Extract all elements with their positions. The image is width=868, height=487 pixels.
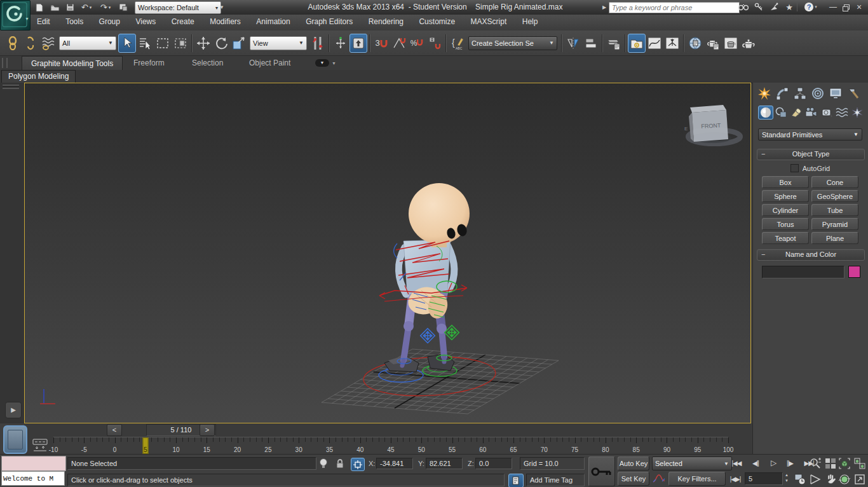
box-button[interactable]: Box [762, 176, 809, 188]
category-helpers[interactable] [819, 106, 834, 120]
ribbon-tab-graphite[interactable]: Graphite Modeling Tools [22, 56, 123, 71]
new-file-button[interactable] [33, 2, 46, 13]
zoom-button[interactable] [808, 456, 822, 470]
name-color-rollout-header[interactable]: − Name and Color [757, 249, 865, 261]
align-button[interactable] [582, 34, 600, 53]
teapot-button[interactable]: Teapot [762, 232, 809, 244]
favorites-button[interactable]: ★ [783, 1, 796, 13]
search-input[interactable] [609, 2, 740, 13]
current-frame-field[interactable]: 5 [745, 472, 783, 485]
viewport-layout-tab[interactable] [3, 425, 27, 454]
time-configuration-button[interactable] [793, 472, 807, 486]
field-of-view-button[interactable] [808, 472, 822, 486]
key-mode-dropdown[interactable]: Selected▼ [652, 456, 732, 470]
ribbon-minimize-button[interactable]: ▼ [315, 59, 329, 67]
menu-tools[interactable]: Tools [59, 15, 90, 29]
primitives-category-dropdown[interactable]: Standard Primitives ▼ [758, 128, 862, 141]
menu-group[interactable]: Group [93, 15, 126, 29]
orbit-button[interactable] [837, 472, 851, 486]
plane-button[interactable]: Plane [811, 232, 858, 244]
frame-spinner[interactable]: ▲▼ [783, 472, 790, 485]
macro-recorder-field[interactable] [1, 456, 66, 471]
spinner-snap-toggle-button[interactable] [426, 34, 444, 53]
play-button[interactable]: ▷ [765, 456, 782, 470]
tab-create[interactable] [757, 86, 772, 100]
open-mini-curve-editor-button[interactable] [32, 438, 50, 455]
key-filters-button[interactable]: Key Filters... [668, 472, 726, 486]
subscription-center-button[interactable] [752, 1, 765, 13]
y-coordinate-field[interactable]: 82.621 [426, 458, 463, 469]
select-and-link-button[interactable] [4, 34, 22, 53]
menu-help[interactable]: Help [516, 15, 545, 29]
menu-modifiers[interactable]: Modifiers [203, 15, 247, 29]
maximize-viewport-toggle-button[interactable] [853, 472, 867, 486]
category-lights[interactable] [789, 106, 804, 120]
select-and-rotate-button[interactable] [212, 34, 230, 53]
category-systems[interactable] [850, 106, 865, 120]
menu-edit[interactable]: Edit [31, 15, 57, 29]
minimize-button[interactable]: — [827, 3, 839, 11]
geosphere-button[interactable]: GeoSphere [811, 190, 858, 202]
next-frame-playback-button[interactable]: ||▶ [782, 456, 798, 470]
maxscript-mini-listener[interactable]: Welcome to M [1, 471, 65, 486]
key-mode-toggle-button[interactable]: |◀▶| [727, 472, 743, 486]
viewport-layout-flyout-button[interactable]: ▶ [5, 402, 22, 418]
set-keys-button[interactable] [588, 456, 615, 486]
menu-customize[interactable]: Customize [412, 15, 461, 29]
add-time-tag-icon-button[interactable] [508, 474, 524, 487]
autogrid-checkbox[interactable] [790, 164, 799, 172]
material-editor-button[interactable] [686, 34, 704, 53]
torus-button[interactable]: Torus [762, 218, 809, 230]
rendered-frame-window-button[interactable] [722, 34, 740, 53]
ribbon-grip[interactable] [2, 58, 8, 68]
close-button[interactable]: × [853, 3, 865, 11]
rectangular-selection-region-button[interactable] [154, 34, 172, 53]
ribbon-tab-freeform[interactable]: Freeform [125, 56, 173, 70]
ribbon-minimize-caret-icon[interactable]: ▼ [332, 61, 336, 65]
menu-animation[interactable]: Animation [250, 15, 296, 29]
mirror-button[interactable] [564, 34, 582, 53]
ribbon-tab-object-paint[interactable]: Object Paint [240, 56, 299, 70]
percent-snap-toggle-button[interactable]: % [408, 34, 426, 53]
communication-center-button[interactable] [768, 1, 780, 13]
open-file-button[interactable] [48, 2, 61, 13]
tube-button[interactable]: Tube [811, 204, 858, 216]
category-cameras[interactable] [804, 106, 819, 120]
infocenter-collapse-icon[interactable]: ▶ [602, 4, 606, 10]
tab-motion[interactable] [810, 86, 825, 100]
keyboard-shortcut-override-button[interactable] [349, 34, 367, 53]
absolute-offset-toggle[interactable] [351, 458, 365, 471]
cone-button[interactable]: Cone [811, 176, 858, 188]
category-geometry[interactable] [758, 106, 773, 120]
menu-create[interactable]: Create [165, 15, 201, 29]
snaps-toggle-button[interactable]: 3 [372, 34, 390, 53]
zoom-extents-button[interactable] [837, 456, 851, 470]
timeline-ruler[interactable]: -10-501015202530354045505560657075808590… [53, 437, 728, 454]
tab-utilities[interactable] [846, 86, 861, 100]
category-shapes[interactable] [773, 106, 789, 120]
ribbon-tab-selection[interactable]: Selection [183, 56, 232, 70]
select-by-name-button[interactable] [136, 34, 154, 53]
time-slider-current-frame[interactable]: 5 [142, 437, 148, 454]
restore-button[interactable] [840, 3, 851, 11]
workspace-dropdown[interactable]: Workspace: Default ▾ [135, 1, 221, 14]
auto-key-button[interactable]: Auto Key [618, 456, 649, 470]
use-pivot-point-center-button[interactable] [309, 34, 327, 53]
angle-snap-toggle-button[interactable] [390, 34, 408, 53]
reference-coordinate-dropdown[interactable]: View▼ [250, 36, 307, 50]
tab-modify[interactable] [775, 86, 790, 100]
previous-frame-playback-button[interactable]: ◀|| [747, 456, 764, 470]
save-file-button[interactable] [64, 2, 76, 13]
bind-to-space-warp-button[interactable] [39, 34, 57, 53]
select-and-manipulate-button[interactable] [332, 34, 349, 53]
object-name-input[interactable] [762, 266, 844, 278]
redo-button[interactable]: ↷▾ [98, 2, 113, 13]
window-crossing-toggle-button[interactable] [172, 34, 189, 53]
project-folder-button[interactable] [117, 2, 130, 13]
object-color-swatch[interactable] [848, 266, 860, 278]
z-coordinate-field[interactable]: 0.0 [475, 458, 512, 469]
menu-views[interactable]: Views [129, 15, 162, 29]
tab-display[interactable] [828, 86, 843, 100]
previous-frame-button[interactable]: < [107, 424, 122, 436]
select-object-button[interactable] [118, 34, 136, 53]
